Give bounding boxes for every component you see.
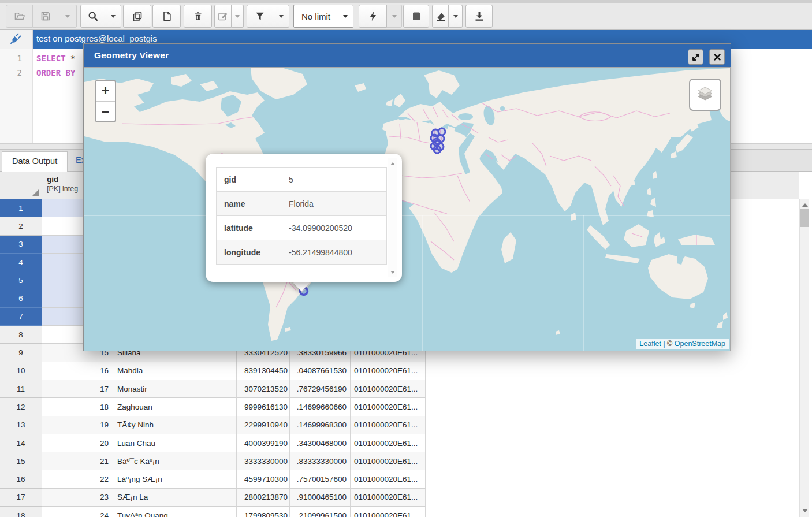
row-number-cell[interactable]: 15 (0, 452, 42, 470)
row-number-cell[interactable]: 10 (0, 362, 42, 380)
longitude-cell[interactable]: .83333330000 (290, 452, 351, 470)
close-button[interactable] (709, 49, 725, 65)
longitude-cell[interactable]: .14699968300 (290, 416, 351, 434)
scroll-down-arrow[interactable] (800, 506, 810, 515)
save-button[interactable] (33, 5, 58, 28)
geom-cell[interactable]: 0101000020E61... (351, 452, 426, 470)
name-cell[interactable]: Láº¡ng SÆ¡n (113, 470, 237, 488)
maximize-button[interactable] (688, 49, 703, 65)
longitude-cell[interactable]: .91000465100 (290, 489, 351, 507)
latitude-cell[interactable]: 9999616130 (237, 398, 290, 416)
table-row[interactable]: 11 17 Monastir 3070213520 .76729456190 0… (0, 380, 426, 398)
row-number-cell[interactable]: 11 (0, 380, 42, 398)
table-row[interactable]: 12 18 Zaghouan 9999616130 .14699660660 0… (0, 398, 426, 416)
zoom-out-button[interactable]: − (96, 102, 115, 122)
gid-cell[interactable]: 17 (42, 380, 113, 398)
latitude-cell[interactable]: 3333330000 (237, 452, 290, 470)
name-cell[interactable]: TuyÃªn Quang (113, 507, 237, 517)
name-cell[interactable]: SÆ¡n La (113, 489, 237, 507)
row-number-cell[interactable]: 5 (0, 271, 42, 289)
filter-menu-button[interactable] (273, 5, 289, 28)
find-menu-button[interactable] (105, 5, 121, 28)
table-row[interactable]: 16 22 Láº¡ng SÆ¡n 4599710300 .7570015760… (0, 470, 426, 488)
geom-cell[interactable]: 0101000020E61... (351, 470, 426, 488)
longitude-cell[interactable]: .34300468000 (290, 434, 351, 452)
table-row[interactable]: 13 19 TÃ¢y Ninh 2299910940 .14699968300 … (0, 416, 426, 434)
edit-menu-button[interactable] (232, 5, 244, 28)
point-marker[interactable] (438, 128, 445, 135)
geom-cell[interactable]: 0101000020E61... (351, 507, 426, 517)
latitude-cell[interactable]: 4000399190 (237, 434, 290, 452)
name-cell[interactable]: TÃ¢y Ninh (113, 416, 237, 434)
leaflet-link[interactable]: Leaflet (639, 340, 661, 348)
dialog-titlebar[interactable]: Geometry Viewer (84, 44, 731, 67)
table-row[interactable]: 15 21 Báº¯c Káº¡n 3333330000 .8333333000… (0, 452, 426, 470)
longitude-cell[interactable]: .76729456190 (290, 380, 351, 398)
execute-menu-button[interactable] (387, 5, 402, 28)
latitude-cell[interactable]: 2800213870 (237, 489, 290, 507)
popup-scrollbar[interactable] (388, 158, 397, 277)
name-cell[interactable]: Luan Chau (113, 434, 237, 452)
row-number-cell[interactable]: 7 (0, 308, 42, 326)
gid-cell[interactable]: 20 (42, 434, 113, 452)
longitude-cell[interactable]: .75700157600 (290, 470, 351, 488)
row-number-cell[interactable]: 6 (0, 289, 42, 307)
download-button[interactable] (465, 5, 493, 28)
tab-data-output[interactable]: Data Output (2, 151, 68, 172)
table-row[interactable]: 17 23 SÆ¡n La 2800213870 .91000465100 01… (0, 489, 426, 507)
scrollbar-thumb[interactable] (800, 209, 809, 227)
geom-cell[interactable]: 0101000020E61... (351, 398, 426, 416)
popup-scroll-down-arrow[interactable] (388, 268, 397, 276)
point-marker[interactable] (434, 146, 441, 153)
geom-cell[interactable]: 0101000020E61... (351, 434, 426, 452)
select-all-corner[interactable] (0, 172, 42, 199)
name-cell[interactable]: Mahdia (113, 362, 237, 380)
row-number-cell[interactable]: 3 (0, 236, 42, 254)
gid-cell[interactable]: 21 (42, 452, 113, 470)
grid-vertical-scrollbar[interactable] (799, 199, 809, 517)
row-number-cell[interactable]: 12 (0, 398, 42, 416)
filter-button[interactable] (247, 5, 273, 28)
clear-button[interactable] (432, 5, 449, 28)
name-cell[interactable]: Zaghouan (113, 398, 237, 416)
delete-row-button[interactable] (184, 5, 212, 28)
geom-cell[interactable]: 0101000020E61... (351, 489, 426, 507)
execute-button[interactable] (359, 5, 387, 28)
table-row[interactable]: 14 20 Luan Chau 4000399190 .34300468000 … (0, 434, 426, 452)
latitude-cell[interactable]: 3070213520 (237, 380, 290, 398)
latitude-cell[interactable]: 8391304450 (237, 362, 290, 380)
layers-control[interactable] (689, 79, 721, 111)
geom-cell[interactable]: 0101000020E61... (351, 362, 426, 380)
geom-cell[interactable]: 0101000020E61... (351, 416, 426, 434)
name-cell[interactable]: Báº¯c Káº¡n (113, 452, 237, 470)
table-row[interactable]: 18 24 TuyÃªn Quang 1799809530 .210999615… (0, 507, 426, 517)
gid-cell[interactable]: 19 (42, 416, 113, 434)
table-row[interactable]: 10 16 Mahdia 8391304450 .04087661530 010… (0, 362, 426, 380)
row-number-cell[interactable]: 13 (0, 416, 42, 434)
stop-button[interactable] (403, 5, 429, 28)
longitude-cell[interactable]: .04087661530 (290, 362, 351, 380)
row-number-cell[interactable]: 2 (0, 217, 42, 235)
find-button[interactable] (80, 5, 105, 28)
name-cell[interactable]: Monastir (113, 380, 237, 398)
row-number-cell[interactable]: 17 (0, 489, 42, 507)
row-number-cell[interactable]: 9 (0, 344, 42, 362)
gid-cell[interactable]: 23 (42, 489, 113, 507)
row-number-cell[interactable]: 16 (0, 470, 42, 488)
popup-scroll-up-arrow[interactable] (388, 159, 397, 168)
longitude-cell[interactable]: .21099961500 (290, 507, 351, 517)
latitude-cell[interactable]: 4599710300 (237, 470, 290, 488)
row-limit-select[interactable]: No limit (293, 5, 353, 28)
latitude-cell[interactable]: 2299910940 (237, 416, 290, 434)
openstreetmap-link[interactable]: OpenStreetMap (675, 340, 725, 348)
zoom-in-button[interactable]: + (96, 81, 115, 102)
edit-button[interactable] (214, 5, 232, 28)
paste-button[interactable] (152, 5, 181, 28)
gid-cell[interactable]: 18 (42, 398, 113, 416)
gid-cell[interactable]: 24 (42, 507, 113, 517)
row-number-cell[interactable]: 8 (0, 326, 42, 344)
clear-menu-button[interactable] (449, 5, 463, 28)
save-menu-button[interactable] (58, 5, 77, 28)
scroll-up-arrow[interactable] (800, 200, 810, 209)
row-number-cell[interactable]: 1 (0, 199, 42, 217)
